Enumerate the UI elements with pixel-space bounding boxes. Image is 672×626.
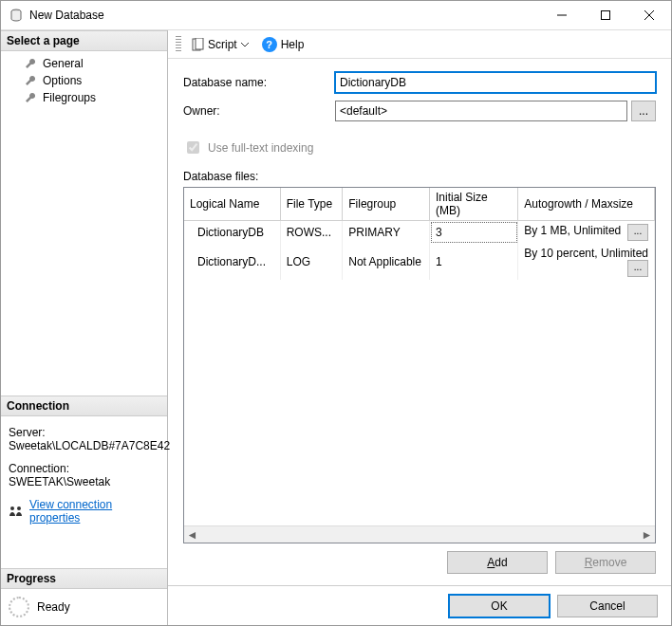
server-label: Server: <box>9 426 159 439</box>
owner-input[interactable] <box>335 101 627 121</box>
wrench-icon <box>24 91 37 104</box>
view-connection-properties-link[interactable]: View connection properties <box>29 498 159 525</box>
dialog-window: New Database Select a page General Optio… <box>0 0 672 626</box>
cell-file-type[interactable]: ROWS... <box>280 221 343 245</box>
database-files-label: Database files: <box>183 170 656 183</box>
autogrowth-edit-button[interactable]: ... <box>627 260 648 277</box>
svg-rect-2 <box>602 11 610 20</box>
wrench-icon <box>24 74 37 87</box>
page-options[interactable]: Options <box>7 72 161 89</box>
connection-props-icon <box>9 505 24 518</box>
cell-logical-name[interactable]: DictionaryDB <box>184 221 280 245</box>
database-icon <box>9 8 24 23</box>
dbname-label: Database name: <box>183 76 335 89</box>
col-file-type[interactable]: File Type <box>280 188 343 221</box>
remove-button: Remove <box>555 551 656 574</box>
cell-filegroup[interactable]: Not Applicable <box>343 244 430 280</box>
right-panel: Script ? Help Database name: Owner: ... <box>168 30 671 625</box>
nav-label: Filegroups <box>43 91 96 104</box>
cell-file-type[interactable]: LOG <box>280 244 343 280</box>
cell-logical-name[interactable]: DictionaryD... <box>184 244 280 280</box>
page-filegroups[interactable]: Filegroups <box>7 89 161 106</box>
script-icon <box>191 38 204 51</box>
add-button[interactable]: Add <box>447 551 548 574</box>
autogrowth-edit-button[interactable]: ... <box>627 224 648 241</box>
progress-status: Ready <box>37 600 70 614</box>
col-logical-name[interactable]: Logical Name <box>184 188 280 221</box>
owner-browse-button[interactable]: ... <box>631 101 656 121</box>
toolbar: Script ? Help <box>168 30 671 59</box>
fulltext-checkbox <box>187 141 199 154</box>
nav-label: General <box>43 57 84 70</box>
window-buttons <box>540 1 671 29</box>
table-row[interactable]: DictionaryD... LOG Not Applicable 1 By 1… <box>184 244 655 280</box>
cancel-button[interactable]: Cancel <box>557 595 658 617</box>
server-value: Sweetak\LOCALDB#7A7C8E42 <box>9 439 159 452</box>
select-page-header: Select a page <box>1 30 167 51</box>
dialog-footer: OK Cancel <box>168 585 671 625</box>
scroll-right-icon[interactable]: ► <box>639 526 655 543</box>
svg-point-5 <box>10 506 14 510</box>
nav-label: Options <box>43 74 82 87</box>
svg-rect-8 <box>196 38 203 49</box>
database-files-grid[interactable]: Logical Name File Type Filegroup Initial… <box>183 187 656 543</box>
cell-initial-size[interactable]: 3 <box>430 221 518 245</box>
cell-filegroup[interactable]: PRIMARY <box>343 221 430 245</box>
minimize-button[interactable] <box>540 1 584 29</box>
svg-point-6 <box>17 506 21 510</box>
close-button[interactable] <box>627 1 671 29</box>
dbname-input[interactable] <box>335 72 656 93</box>
fulltext-label: Use full-text indexing <box>208 141 313 155</box>
help-icon: ? <box>262 37 277 52</box>
table-row[interactable]: DictionaryDB ROWS... PRIMARY 3 By 1 MB, … <box>184 221 655 245</box>
col-autogrowth[interactable]: Autogrowth / Maxsize <box>518 188 655 221</box>
connection-header: Connection <box>1 396 167 416</box>
cell-autogrowth[interactable]: By 1 MB, Unlimited... <box>518 221 655 245</box>
progress-spinner-icon <box>9 597 29 617</box>
owner-label: Owner: <box>183 104 335 118</box>
page-general[interactable]: General <box>7 55 161 72</box>
help-label: Help <box>281 38 305 51</box>
cell-initial-size[interactable]: 1 <box>430 244 518 280</box>
wrench-icon <box>24 57 37 70</box>
col-filegroup[interactable]: Filegroup <box>343 188 430 221</box>
progress-header: Progress <box>1 568 167 589</box>
col-initial-size[interactable]: Initial Size (MB) <box>430 188 518 221</box>
cell-autogrowth[interactable]: By 10 percent, Unlimited... <box>518 244 655 280</box>
titlebar[interactable]: New Database <box>1 1 671 30</box>
connection-label: Connection: <box>9 462 159 475</box>
help-button[interactable]: ? Help <box>258 35 308 54</box>
script-button[interactable]: Script <box>187 36 252 53</box>
scroll-left-icon[interactable]: ◄ <box>184 526 200 543</box>
left-panel: Select a page General Options Filegroups… <box>1 30 168 625</box>
script-label: Script <box>208 38 237 51</box>
connection-value: SWEETAK\Sweetak <box>9 475 159 488</box>
ok-button[interactable]: OK <box>449 595 550 617</box>
horizontal-scrollbar[interactable]: ◄ ► <box>184 525 655 543</box>
chevron-down-icon <box>241 41 249 48</box>
window-title: New Database <box>29 9 540 22</box>
toolbar-grip <box>176 36 181 53</box>
maximize-button[interactable] <box>584 1 627 29</box>
